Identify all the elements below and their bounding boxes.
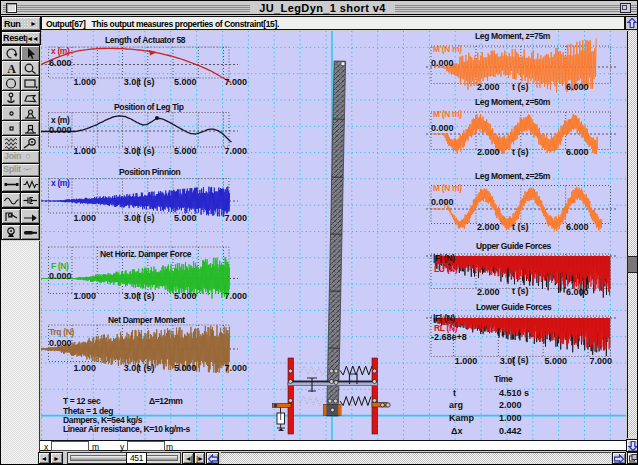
svg-text:A: A — [7, 62, 16, 75]
